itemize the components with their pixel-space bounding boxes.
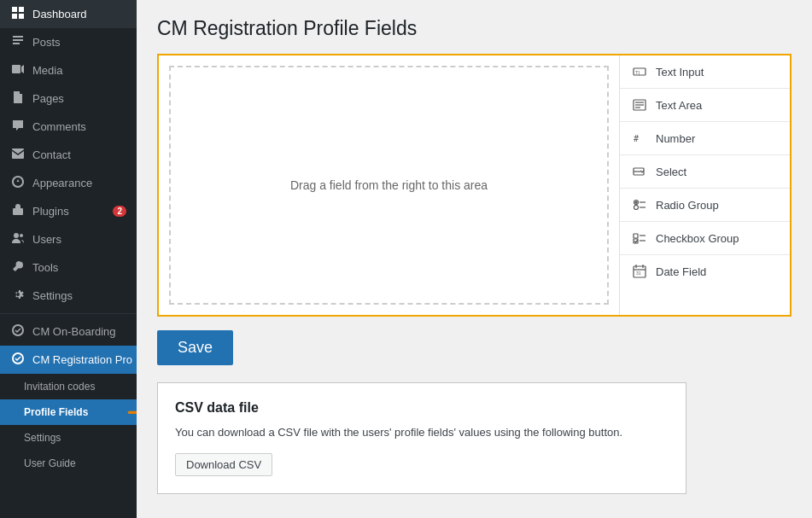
cm-registration-icon: [10, 352, 26, 367]
field-item-checkbox-group[interactable]: Checkbox Group: [620, 222, 790, 255]
pages-icon: [10, 91, 26, 106]
sidebar-item-users[interactable]: Users: [0, 225, 137, 253]
users-icon: [10, 232, 26, 247]
sidebar-item-label: Dashboard: [32, 8, 126, 20]
number-icon: #: [632, 131, 647, 146]
svg-text:#: #: [634, 134, 639, 143]
sidebar-sub-profile-fields[interactable]: Profile Fields ➜: [0, 399, 137, 425]
sidebar-divider: [0, 313, 137, 314]
field-item-label: Text Input: [656, 66, 704, 79]
field-item-label: Select: [656, 166, 686, 178]
sidebar-sub-label: User Guide: [24, 457, 126, 469]
save-button[interactable]: Save: [157, 330, 233, 365]
svg-point-8: [20, 234, 23, 237]
text-area-icon: [632, 97, 647, 113]
svg-rect-1: [19, 7, 24, 12]
select-icon: [632, 164, 647, 179]
drop-area[interactable]: Drag a field from the right to this area: [169, 66, 609, 305]
plugins-badge: 2: [113, 206, 126, 217]
sidebar-item-tools[interactable]: Tools: [0, 253, 137, 282]
dashboard-icon: [10, 7, 26, 21]
field-item-select[interactable]: Select: [620, 155, 790, 189]
sidebar-sub-label: Invitation codes: [24, 381, 126, 393]
text-input-icon: T|: [632, 64, 647, 79]
sidebar-item-label: Plugins: [32, 205, 106, 218]
field-item-text-input[interactable]: T| Text Input: [620, 55, 790, 89]
plugins-icon: [10, 204, 26, 218]
sidebar-item-label: Pages: [32, 92, 126, 105]
svg-rect-6: [13, 208, 23, 215]
field-item-label: Date Field: [656, 265, 706, 278]
field-item-label: Radio Group: [656, 199, 719, 212]
field-item-radio-group[interactable]: Radio Group: [620, 189, 790, 222]
sidebar-item-settings[interactable]: Settings: [0, 282, 137, 310]
sidebar-item-label: Contact: [32, 148, 126, 161]
appearance-icon: [10, 176, 26, 190]
csv-section: CSV data file You can download a CSV fil…: [157, 382, 686, 494]
svg-rect-2: [12, 14, 17, 19]
csv-title: CSV data file: [175, 400, 669, 416]
contact-icon: [10, 148, 26, 162]
sidebar-item-label: CM On-Boarding: [32, 325, 126, 338]
field-item-label: Text Area: [656, 99, 702, 112]
svg-rect-0: [12, 7, 17, 12]
sidebar-item-media[interactable]: Media: [0, 56, 137, 84]
sidebar-item-cm-registration[interactable]: CM Registration Pro: [0, 346, 137, 374]
drop-placeholder-text: Drag a field from the right to this area: [290, 178, 488, 192]
comments-icon: [10, 119, 26, 134]
sidebar-item-label: Appearance: [32, 177, 126, 189]
svg-rect-4: [12, 65, 20, 73]
csv-description: You can download a CSV file with the use…: [175, 424, 669, 441]
svg-rect-5: [12, 148, 24, 159]
date-icon: 31: [632, 264, 647, 279]
sidebar-item-label: Comments: [32, 120, 126, 133]
sidebar-item-posts[interactable]: Posts: [0, 28, 137, 56]
field-list: T| Text Input Text Area # Number: [619, 55, 790, 315]
sidebar-item-label: Posts: [32, 36, 126, 49]
sidebar-item-plugins[interactable]: Plugins 2: [0, 197, 137, 225]
sidebar-item-label: Media: [32, 64, 126, 77]
svg-text:T|: T|: [635, 70, 640, 75]
sidebar-item-label: CM Registration Pro: [32, 353, 132, 366]
sidebar-sub-user-guide[interactable]: User Guide: [0, 451, 137, 476]
sidebar-item-comments[interactable]: Comments: [0, 113, 137, 141]
main-content: CM Registration Profile Fields Drag a fi…: [137, 0, 812, 518]
svg-point-21: [635, 201, 637, 203]
sidebar-sub-settings[interactable]: Settings: [0, 425, 137, 451]
svg-point-7: [14, 233, 19, 238]
field-item-text-area[interactable]: Text Area: [620, 89, 790, 122]
sidebar-sub-label: Profile Fields: [24, 406, 126, 418]
field-builder: Drag a field from the right to this area…: [157, 54, 792, 317]
svg-rect-3: [19, 14, 24, 19]
field-item-label: Number: [656, 132, 695, 145]
sidebar-item-dashboard[interactable]: Dashboard: [0, 0, 137, 28]
checkbox-icon: [632, 230, 647, 246]
download-csv-button[interactable]: Download CSV: [175, 453, 272, 476]
field-item-date-field[interactable]: 31 Date Field: [620, 255, 790, 288]
sidebar-item-cm-onboarding[interactable]: CM On-Boarding: [0, 317, 137, 346]
sidebar-item-contact[interactable]: Contact: [0, 141, 137, 169]
svg-point-23: [634, 206, 639, 210]
tools-icon: [10, 260, 26, 275]
posts-icon: [10, 35, 26, 49]
sidebar-item-pages[interactable]: Pages: [0, 84, 137, 113]
svg-text:31: 31: [636, 271, 641, 276]
field-item-number[interactable]: # Number: [620, 122, 790, 155]
sidebar-sub-label: Settings: [24, 432, 126, 444]
sidebar-item-label: Users: [32, 233, 126, 246]
sidebar-sub-invitation-codes[interactable]: Invitation codes: [0, 374, 137, 399]
page-title: CM Registration Profile Fields: [157, 17, 792, 40]
media-icon: [10, 63, 26, 78]
sidebar-item-label: Tools: [32, 261, 126, 274]
settings-icon: [10, 288, 26, 303]
sidebar-item-label: Settings: [32, 289, 126, 302]
radio-icon: [632, 197, 647, 212]
sidebar-item-appearance[interactable]: Appearance: [0, 169, 137, 197]
field-item-label: Checkbox Group: [656, 232, 739, 245]
sidebar: Dashboard Posts Media Pages Comments Con…: [0, 0, 137, 518]
svg-rect-25: [634, 234, 638, 238]
cm-onboarding-icon: [10, 324, 26, 339]
